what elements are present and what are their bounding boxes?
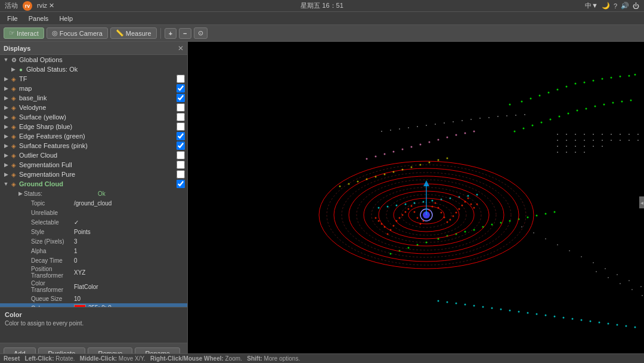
expand-icon[interactable]: ▶ (2, 171, 10, 178)
tree-item-ground-cloud[interactable]: ▼ ◈ Ground Cloud (0, 179, 187, 189)
expand-icon[interactable]: ▶ (2, 104, 10, 111)
displays-header: Displays ✕ (0, 42, 187, 55)
svg-point-209 (366, 179, 368, 180)
seg-full-checkbox[interactable] (177, 161, 185, 169)
focus-camera-button[interactable]: ◎ Focus Camera (47, 27, 108, 39)
expand-icon[interactable]: ▼ (2, 180, 10, 187)
prop-value-size: 3 (72, 238, 187, 245)
tree-item-edge-features-green[interactable]: ▶ ◈ Edge Features (green) (0, 131, 187, 141)
svg-point-190 (521, 226, 522, 227)
help-icon[interactable]: ? (614, 2, 617, 10)
expand-icon[interactable]: ▶ (2, 142, 10, 149)
tree-item-map[interactable]: ▶ ◈ map (0, 84, 187, 93)
add-display-button[interactable]: + (165, 28, 177, 39)
prop-value-status: Ok (95, 190, 187, 197)
svg-point-220 (438, 159, 439, 161)
svg-point-202 (375, 156, 377, 158)
panel-resize-handle[interactable]: ◂ (639, 196, 644, 208)
svg-point-64 (515, 115, 516, 116)
tree-item-surface-features-pink[interactable]: ▶ ◈ Surface Features (pink) (0, 141, 187, 150)
svg-point-160 (557, 140, 558, 141)
menu-file[interactable]: File (2, 14, 23, 23)
activities-label[interactable]: 活动 (5, 1, 18, 10)
expand-icon[interactable]: ▶ (2, 133, 10, 140)
expand-icon[interactable]: ▶ (2, 152, 10, 159)
svg-point-81 (536, 313, 538, 315)
svg-point-214 (411, 167, 413, 168)
svg-point-88 (599, 322, 600, 324)
measure-button[interactable]: 📏 Measure (110, 27, 157, 39)
menu-panels[interactable]: Panels (24, 14, 54, 23)
expand-icon[interactable]: ▶ (2, 123, 10, 130)
camera-type-button[interactable]: ⊙ (194, 27, 208, 39)
svg-point-162 (575, 140, 576, 141)
input-source[interactable]: 中▼ (585, 1, 598, 10)
seg-pure-checkbox[interactable] (177, 170, 185, 179)
tree-item-segmentation-full[interactable]: ▶ ◈ Segmentation Full (0, 160, 187, 170)
svg-point-213 (402, 169, 404, 171)
expand-icon[interactable]: ▼ (2, 56, 10, 63)
svg-point-129 (438, 207, 439, 209)
remove-display-button[interactable]: − (179, 28, 191, 39)
map-checkbox[interactable] (177, 84, 185, 93)
svg-point-83 (554, 316, 556, 318)
left-panel: Displays ✕ ▼ ⚙ Global Options ▶ ● Global… (0, 42, 188, 363)
velodyne-checkbox[interactable] (177, 103, 185, 112)
power-icon[interactable]: ⏻ (633, 2, 639, 10)
expand-icon[interactable]: ▶ (10, 66, 17, 73)
svg-point-187 (557, 244, 558, 245)
edge-features-checkbox[interactable] (177, 132, 185, 140)
tree-item-surface-yellow[interactable]: ▶ ◈ Surface (yellow) (0, 112, 187, 122)
svg-point-196 (402, 149, 404, 150)
svg-point-22 (603, 104, 605, 106)
menu-help[interactable]: Help (54, 14, 78, 23)
tree-item-outlier-cloud[interactable]: ▶ ◈ Outlier Cloud (0, 150, 187, 160)
surface-yellow-checkbox[interactable] (177, 113, 185, 121)
status-text: Reset Left-Click: Rotate. Middle-Click: … (4, 355, 300, 362)
svg-point-63 (506, 115, 507, 116)
expand-icon[interactable]: ▶ (2, 94, 10, 101)
tree-item-global-status[interactable]: ▶ ● Global Status: Ok (0, 64, 187, 74)
tree-item-edge-sharp-blue[interactable]: ▶ ◈ Edge Sharp (blue) (0, 122, 187, 131)
edge-sharp-checkbox[interactable] (177, 122, 185, 131)
tree-label: Global Options (19, 56, 187, 63)
svg-point-180 (593, 262, 594, 263)
svg-point-152 (575, 134, 576, 135)
displays-list[interactable]: ▼ ⚙ Global Options ▶ ● Global Status: Ok… (0, 55, 187, 307)
interact-button[interactable]: ☞ Interact (4, 27, 44, 39)
viewport-3d[interactable]: ◂ 31 fps (188, 42, 644, 363)
sound-icon[interactable]: 🔊 (621, 2, 629, 10)
expand-icon[interactable]: ▶ (2, 161, 10, 168)
tree-item-tf[interactable]: ▶ ◈ TF (0, 74, 187, 84)
prop-name: Color Transformer (0, 280, 72, 293)
tree-item-global-options[interactable]: ▼ ⚙ Global Options (0, 55, 187, 64)
tree-label: Edge Features (green) (19, 133, 177, 140)
tf-checkbox[interactable] (177, 75, 185, 83)
svg-point-205 (447, 137, 448, 139)
expand-icon[interactable]: ▶ (2, 85, 10, 92)
svg-point-45 (527, 217, 529, 219)
night-mode-icon[interactable]: 🌙 (602, 2, 610, 10)
svg-point-171 (566, 146, 567, 147)
displays-close-button[interactable]: ✕ (178, 44, 184, 53)
outlier-cloud-checkbox[interactable] (177, 151, 185, 159)
svg-point-99 (447, 302, 448, 303)
ground-cloud-checkbox[interactable] (177, 180, 185, 188)
svg-point-139 (384, 226, 386, 228)
svg-point-198 (420, 144, 422, 146)
tree-item-velodyne[interactable]: ▶ ◈ Velodyne (0, 103, 187, 112)
surface-features-checkbox[interactable] (177, 141, 185, 150)
prop-name: Selectable (0, 219, 72, 226)
svg-point-122 (414, 211, 416, 213)
svg-point-47 (545, 213, 547, 215)
svg-point-128 (435, 202, 436, 204)
expand-icon[interactable]: ▶ (2, 75, 10, 82)
svg-point-17 (559, 116, 561, 118)
expand-icon[interactable]: ▶ (2, 113, 10, 121)
svg-point-119 (405, 211, 407, 213)
tree-item-base-link[interactable]: ▶ ◈ base_link (0, 93, 187, 103)
status-bar: Reset Left-Click: Rotate. Middle-Click: … (0, 353, 644, 363)
tree-item-segmentation-pure[interactable]: ▶ ◈ Segmentation Pure (0, 170, 187, 179)
base-link-checkbox[interactable] (177, 94, 185, 102)
expand-icon[interactable]: ▶ (0, 190, 24, 197)
